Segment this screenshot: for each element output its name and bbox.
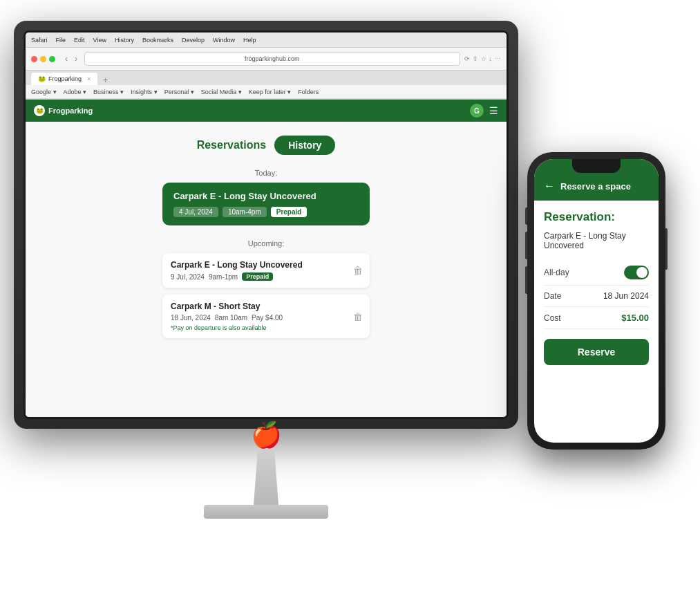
back-button[interactable]: ‹ [62,53,70,65]
upcoming-card-1[interactable]: Carpark E - Long Stay Uncovered 9 Jul, 2… [162,253,370,288]
upcoming-1-status: Prepaid [242,272,273,281]
today-label: Today: [39,169,493,177]
bookmark-personal[interactable]: Personal ▾ [164,89,194,95]
all-day-toggle[interactable] [624,266,649,279]
bookmark-folders[interactable]: Folders [298,89,319,95]
browser-controls: ⟳ ⇧ ☆ ↓ ⋯ [464,55,502,62]
mac-menubar: Safari File Edit View History Bookmarks … [26,33,507,48]
upcoming-2-cost: Pay $4.00 [252,314,283,322]
upcoming-card-2[interactable]: Carpark M - Short Stay 18 Jun, 2024 8am … [162,295,370,338]
hamburger-menu-icon[interactable]: ☰ [489,105,498,116]
all-day-label: All-day [544,268,569,277]
upcoming-card-1-title: Carpark E - Long Stay Uncovered [171,260,361,270]
upcoming-card-2-title: Carpark M - Short Stay [171,302,361,311]
iphone-outer: ← Reserve a space Reservation: Carpark E… [527,152,665,450]
upcoming-card-2-details: 18 Jun, 2024 8am 10am Pay $4.00 [171,314,361,322]
menu-safari[interactable]: Safari [31,37,48,44]
delete-card-1-button[interactable]: 🗑 [353,265,363,276]
address-bar[interactable]: frogparkinghub.com [84,52,460,66]
menu-window[interactable]: Window [213,37,235,44]
iphone-mute-button[interactable] [525,207,527,225]
upcoming-card-1-details: 9 Jul, 2024 9am-1pm Prepaid [171,272,361,281]
iphone: ← Reserve a space Reservation: Carpark E… [527,152,665,450]
browser-tab-active[interactable]: 🐸 Frogparking × [31,73,97,85]
today-time-tag: 10am-4pm [223,207,267,217]
menu-bookmarks[interactable]: Bookmarks [142,37,173,44]
today-date-tag: 4 Jul, 2024 [173,207,218,217]
imac-screen: Safari File Edit View History Bookmarks … [26,33,507,417]
imac-stand [204,450,328,519]
tabs-row: Reservations History [39,136,493,155]
close-button[interactable] [31,56,37,62]
url-text: frogparkinghub.com [245,55,300,62]
menu-view[interactable]: View [93,37,106,44]
form-row-cost: Cost $15.00 [544,307,649,329]
form-row-date: Date 18 Jun 2024 [544,286,649,307]
app-logo: 🐸 Frogparking [34,105,93,116]
maximize-button[interactable] [49,56,55,62]
app-body: Reservations History Today: Carpark E - … [26,122,507,417]
tab-favicon: 🐸 [38,75,46,82]
stand-base [204,505,328,519]
browser-tabs: 🐸 Frogparking × + [26,70,507,85]
cost-value: $15.00 [621,313,649,323]
upcoming-2-date: 18 Jun, 2024 [171,314,211,322]
upcoming-label: Upcoming: [162,239,370,248]
header-right: G ☰ [470,104,498,118]
date-value: 18 Jun 2024 [603,291,649,301]
toggle-thumb [636,267,647,278]
menu-edit[interactable]: Edit [74,37,85,44]
iphone-power-button[interactable] [665,228,668,270]
delete-card-2-button[interactable]: 🗑 [353,311,363,322]
phone-body: Reservation: Carpark E - Long Stay Uncov… [534,201,659,443]
bookmark-google[interactable]: Google ▾ [31,89,57,95]
reserve-button[interactable]: Reserve [544,339,649,365]
today-card[interactable]: Carpark E - Long Stay Uncovered 4 Jul, 2… [162,183,370,225]
user-avatar[interactable]: G [470,104,484,118]
new-tab-button[interactable]: + [100,75,111,85]
tab-history[interactable]: History [274,136,335,155]
traffic-lights [31,56,55,62]
menu-history[interactable]: History [115,37,134,44]
forward-button[interactable]: › [72,53,80,65]
reservation-title: Reservation: [544,210,649,224]
app-content: 🐸 Frogparking G ☰ Reservations [26,100,507,417]
menu-develop[interactable]: Develop [182,37,205,44]
today-status-tag: Prepaid [271,207,308,217]
tab-close-icon[interactable]: × [87,75,91,82]
upcoming-1-date: 9 Jul, 2024 [171,273,205,281]
cost-label: Cost [544,313,561,323]
bookmark-insights[interactable]: Insights ▾ [131,89,158,95]
phone-title: Reserve a space [560,181,631,192]
imac-screen-border: Safari File Edit View History Bookmarks … [23,30,509,419]
iphone-screen: ← Reserve a space Reservation: Carpark E… [534,159,659,443]
reservation-carpark-name: Carpark E - Long Stay Uncovered [544,231,649,250]
phone-back-button[interactable]: ← [544,180,555,192]
logo-text: Frogparking [48,107,93,115]
bookmark-social[interactable]: Social Media ▾ [201,89,242,95]
tab-reservations[interactable]: Reservations [197,139,267,151]
upcoming-section: Upcoming: Carpark E - Long Stay Uncovere… [162,239,370,338]
browser-chrome: ‹ › frogparkinghub.com ⟳ ⇧ ☆ ↓ [26,48,507,100]
today-card-title: Carpark E - Long Stay Uncovered [173,191,359,201]
upcoming-1-time: 9am-1pm [209,273,238,281]
minimize-button[interactable] [40,56,46,62]
scene: Safari File Edit View History Bookmarks … [0,0,700,592]
browser-toolbar: ‹ › frogparkinghub.com ⟳ ⇧ ☆ ↓ [26,48,507,70]
iphone-volume-up-button[interactable] [525,232,527,259]
stand-neck [245,450,287,505]
iphone-notch [572,159,621,173]
pay-note: *Pay on departure is also available [171,324,361,331]
bookmark-business[interactable]: Business ▾ [93,89,124,95]
apple-logo-icon: 🍎 [251,420,282,450]
iphone-volume-down-button[interactable] [525,266,527,294]
tab-label: Frogparking [48,75,82,82]
menu-file[interactable]: File [56,37,66,44]
bookmark-adobe[interactable]: Adobe ▾ [64,89,87,95]
today-card-tags: 4 Jul, 2024 10am-4pm Prepaid [173,207,359,217]
bookmark-keep[interactable]: Keep for later ▾ [249,89,292,95]
imac: Safari File Edit View History Bookmarks … [14,21,518,519]
menu-help[interactable]: Help [243,37,256,44]
nav-buttons: ‹ › [62,53,80,65]
bookmarks-bar: Google ▾ Adobe ▾ Business ▾ Insights ▾ P… [26,85,507,99]
